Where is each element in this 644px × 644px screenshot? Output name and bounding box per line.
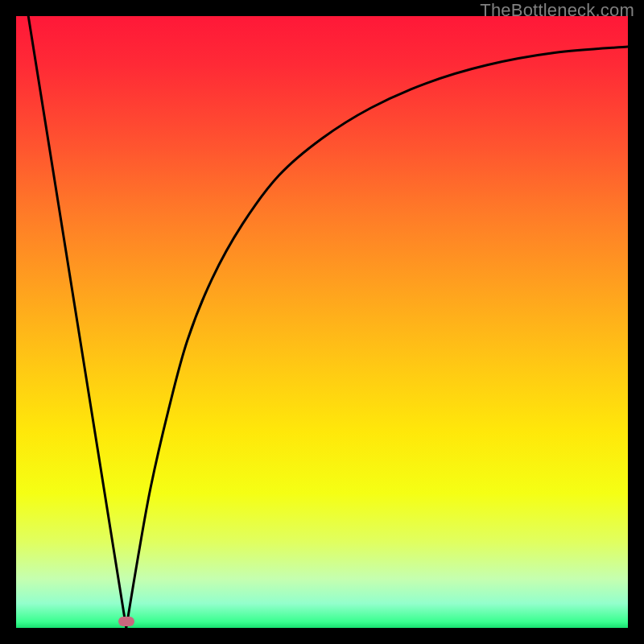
curve-path — [28, 16, 628, 628]
plot-area — [16, 16, 628, 628]
bottleneck-curve — [16, 16, 628, 628]
chart-frame: TheBottleneck.com — [0, 0, 644, 644]
minimum-marker — [118, 617, 134, 626]
